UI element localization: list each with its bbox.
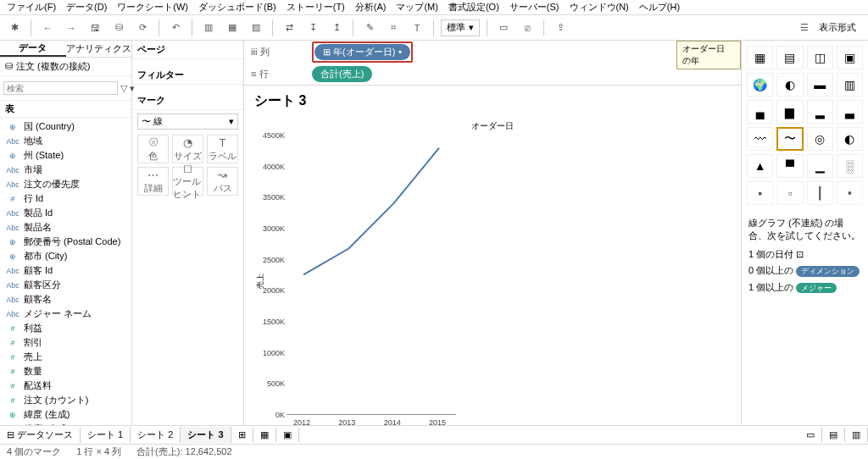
sort-asc-icon[interactable]: ↧ <box>303 19 322 37</box>
field-item[interactable]: #配送料 <box>0 379 131 393</box>
menu-help[interactable]: ヘルプ(H) <box>639 1 680 14</box>
field-item[interactable]: #割引 <box>0 335 131 350</box>
field-item[interactable]: ⊕州 (State) <box>0 148 131 163</box>
sheet-tab-1[interactable]: シート 1 <box>81 427 131 443</box>
field-item[interactable]: Abcメジャー ネーム <box>0 307 131 321</box>
field-item[interactable]: Abc顧客 Id <box>0 263 131 278</box>
field-item[interactable]: Abc市場 <box>0 163 131 177</box>
showme-option[interactable]: ◐ <box>837 127 863 151</box>
showme-option[interactable]: • <box>837 181 863 205</box>
refresh-icon[interactable]: ⟳ <box>133 19 152 37</box>
menu-worksheet[interactable]: ワークシート(W) <box>117 1 188 14</box>
pages-shelf[interactable] <box>132 59 243 66</box>
mark-button[interactable]: ⦾色 <box>137 135 169 163</box>
field-item[interactable]: Abc製品名 <box>0 220 131 235</box>
cards-icon[interactable]: ▭ <box>494 19 513 37</box>
mark-type-select[interactable]: 〜 線 ▾ <box>137 113 238 130</box>
sorter-icon[interactable]: ▤ <box>822 428 845 442</box>
showme-option[interactable]: ▦ <box>747 46 773 69</box>
clear-icon[interactable]: ▨ <box>247 19 265 37</box>
tabs-icon[interactable]: ▥ <box>845 428 868 442</box>
fit-select[interactable]: 標準▾ <box>441 19 480 36</box>
menu-story[interactable]: ストーリー(T) <box>287 1 345 14</box>
columns-pill-year[interactable]: ⊞ 年(オーダー日) ▾ <box>314 44 410 60</box>
field-item[interactable]: ⊕都市 (City) <box>0 249 131 263</box>
rows-pill-sales[interactable]: 合計(売上) <box>312 66 372 82</box>
field-item[interactable]: ⊕国 (Country) <box>0 119 131 134</box>
dup-icon[interactable]: ▦ <box>223 19 242 37</box>
field-item[interactable]: Abc顧客名 <box>0 292 131 307</box>
showme-option[interactable]: 🌍 <box>747 73 773 97</box>
filters-shelf[interactable] <box>132 85 243 91</box>
field-item[interactable]: Abc製品 Id <box>0 206 131 220</box>
showme-option[interactable]: ▆ <box>776 100 803 124</box>
logo-icon[interactable]: ✱ <box>5 19 24 37</box>
undo-icon[interactable]: ↶ <box>166 19 185 37</box>
filter-icon[interactable]: ▽ <box>120 79 127 97</box>
sheet-tab-3[interactable]: シート 3 <box>181 427 231 443</box>
showme-option[interactable]: ◐ <box>776 73 803 97</box>
showme-toggle-icon[interactable]: ☰ <box>795 19 814 37</box>
tab-analytics[interactable]: アナリティクス <box>66 41 132 57</box>
field-item[interactable]: ⊕郵便番号 (Postal Code) <box>0 235 131 249</box>
showme-option[interactable]: ▀ <box>776 154 803 178</box>
menu-map[interactable]: マップ(M) <box>396 1 438 14</box>
showme-option[interactable]: ▪ <box>747 181 773 205</box>
menu-dashboard[interactable]: ダッシュボード(B) <box>198 1 276 14</box>
tab-data[interactable]: データ <box>0 41 66 57</box>
showme-option[interactable]: ▣ <box>837 46 863 69</box>
new-data-icon[interactable]: ⛁ <box>109 19 128 37</box>
showme-option[interactable]: ┃ <box>807 181 833 205</box>
showme-option[interactable]: ▁ <box>807 154 833 178</box>
menu-file[interactable]: ファイル(F) <box>7 1 56 14</box>
showme-option[interactable]: ▄ <box>747 100 773 124</box>
menu-format[interactable]: 書式設定(O) <box>448 1 499 14</box>
showme-option[interactable]: ▬ <box>807 73 833 97</box>
showme-option[interactable]: ▥ <box>837 73 863 97</box>
new-dashboard-icon[interactable]: ▦ <box>253 428 276 442</box>
mark-button[interactable]: ↝パス <box>207 167 238 196</box>
back-icon[interactable]: ← <box>38 19 57 37</box>
field-item[interactable]: Abc顧客区分 <box>0 278 131 292</box>
showme-option[interactable]: ◫ <box>807 46 833 69</box>
field-item[interactable]: #売上 <box>0 350 131 364</box>
datasource-item[interactable]: ⛁ 注文 (複数の接続) <box>0 58 131 76</box>
new-worksheet-icon[interactable]: ⊞ <box>231 428 253 442</box>
mark-button[interactable]: ⋯詳細 <box>137 167 169 196</box>
field-item[interactable]: #行 Id <box>0 191 131 206</box>
showme-option[interactable]: ◎ <box>807 127 833 151</box>
mark-button[interactable]: ◻ツールヒント <box>172 167 203 196</box>
field-item[interactable]: Abc地域 <box>0 134 131 148</box>
new-ws-icon[interactable]: ▥ <box>199 19 218 37</box>
menu-analysis[interactable]: 分析(A) <box>355 1 387 14</box>
menu-data[interactable]: データ(D) <box>66 1 107 14</box>
showme-option[interactable]: ▃ <box>837 100 863 124</box>
sheet-title[interactable]: シート 3 <box>244 86 741 117</box>
showme-label[interactable]: 表示形式 <box>819 21 863 34</box>
highlight-icon[interactable]: ✎ <box>360 19 379 37</box>
field-item[interactable]: #注文 (カウント) <box>0 393 131 407</box>
mark-button[interactable]: Tラベル <box>207 135 238 163</box>
menu-server[interactable]: サーバー(S) <box>509 1 559 14</box>
forward-icon[interactable]: → <box>62 19 81 37</box>
new-story-icon[interactable]: ▣ <box>276 428 299 442</box>
field-item[interactable]: ⊕緯度 (生成) <box>0 407 131 422</box>
showme-option[interactable]: ▂ <box>807 100 833 124</box>
showme-option[interactable]: 〜 <box>776 127 803 151</box>
field-item[interactable]: #利益 <box>0 321 131 335</box>
swap-icon[interactable]: ⇄ <box>280 19 298 37</box>
showme-option[interactable]: ▤ <box>776 46 803 69</box>
showme-option[interactable]: ▫ <box>776 181 803 205</box>
search-input[interactable] <box>3 81 118 95</box>
field-item[interactable]: #数量 <box>0 364 131 379</box>
field-item[interactable]: Abc注文の優先度 <box>0 177 131 191</box>
sort-desc-icon[interactable]: ↥ <box>327 19 346 37</box>
showme-option[interactable]: ▲ <box>747 154 773 178</box>
group-icon[interactable]: ⌗ <box>384 19 403 37</box>
sheet-tab-2[interactable]: シート 2 <box>131 427 181 443</box>
label-icon[interactable]: T <box>408 19 426 37</box>
share-icon[interactable]: ⇪ <box>551 19 570 37</box>
showme-option[interactable]: 〰 <box>747 127 773 151</box>
mark-button[interactable]: ◔サイズ <box>172 135 203 163</box>
present-icon[interactable]: ⎚ <box>518 19 537 37</box>
